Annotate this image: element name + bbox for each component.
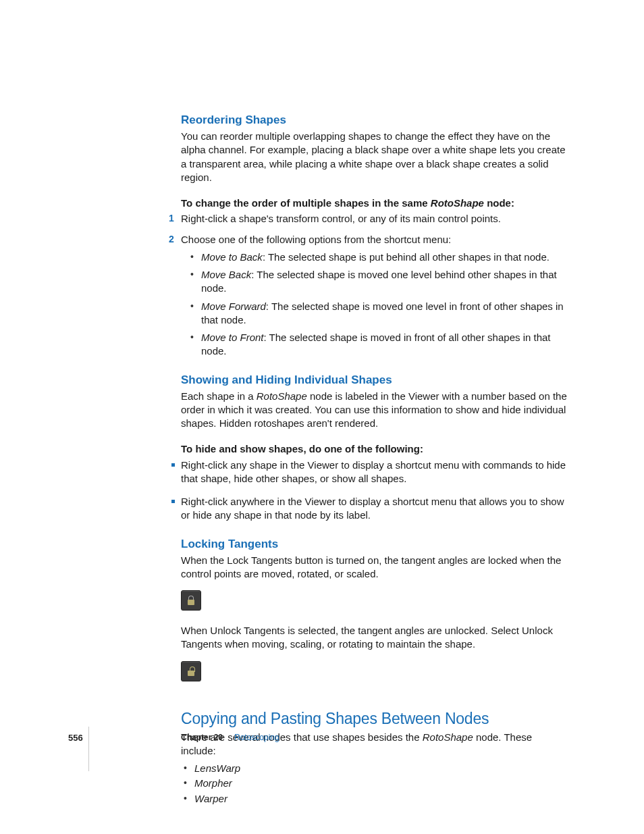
page-number: 556: [68, 733, 83, 743]
heading-copy-paste: Copying and Pasting Shapes Between Nodes: [181, 710, 569, 728]
page-footer: 556 Chapter 20 Rotoscoping: [88, 733, 585, 807]
text: To change the order of multiple shapes i…: [181, 197, 431, 209]
paragraph: When the Lock Tangents button is turned …: [181, 554, 569, 581]
option-desc: : The selected shape is moved one level …: [201, 269, 557, 294]
option-move-forward: Move Forward: The selected shape is move…: [188, 300, 569, 328]
paragraph: You can reorder multiple overlapping sha…: [181, 130, 569, 184]
lock-tangents-icon: [181, 590, 201, 610]
task-heading: To hide and show shapes, do one of the f…: [181, 442, 569, 456]
step-number: 1: [169, 212, 174, 225]
chapter-title: Rotoscoping: [234, 733, 279, 742]
margin-rule: [88, 727, 89, 771]
step-number: 2: [169, 233, 174, 246]
step-2: 2 Choose one of the following options fr…: [181, 233, 569, 246]
unlock-tangents-icon: [181, 661, 201, 681]
option-move-to-front: Move to Front: The selected shape is mov…: [188, 331, 569, 359]
step-1: 1 Right-click a shape's transform contro…: [181, 212, 569, 226]
chapter-label: Chapter 20: [181, 733, 223, 742]
option-name: Move Forward: [201, 301, 266, 312]
paragraph: When Unlock Tangents is selected, the ta…: [181, 624, 569, 652]
task-heading: To change the order of multiple shapes i…: [181, 197, 569, 210]
option-move-to-back: Move to Back: The selected shape is put …: [188, 251, 569, 264]
heading-locking-tangents: Locking Tangents: [181, 538, 569, 551]
option-name: Move to Front: [201, 332, 264, 343]
text-italic: RotoShape: [431, 197, 484, 209]
text: Each shape in a: [181, 390, 257, 402]
heading-reordering-shapes: Reordering Shapes: [181, 113, 569, 127]
step-text: Right-click a shape's transform control,…: [181, 213, 501, 224]
option-move-back: Move Back: The selected shape is moved o…: [188, 268, 569, 296]
option-desc: : The selected shape is put behind all o…: [263, 251, 549, 263]
option-name: Move to Back: [201, 251, 263, 263]
option-name: Move Back: [201, 269, 251, 280]
text-italic: RotoShape: [257, 390, 307, 402]
bullet-item: Right-click any shape in the Viewer to d…: [181, 459, 569, 486]
bullet-item: Right-click anywhere in the Viewer to di…: [181, 495, 569, 523]
paragraph: Each shape in a RotoShape node is labele…: [181, 390, 569, 431]
text: node:: [484, 197, 514, 209]
heading-showing-hiding: Showing and Hiding Individual Shapes: [181, 373, 569, 387]
step-text: Choose one of the following options from…: [181, 234, 451, 245]
